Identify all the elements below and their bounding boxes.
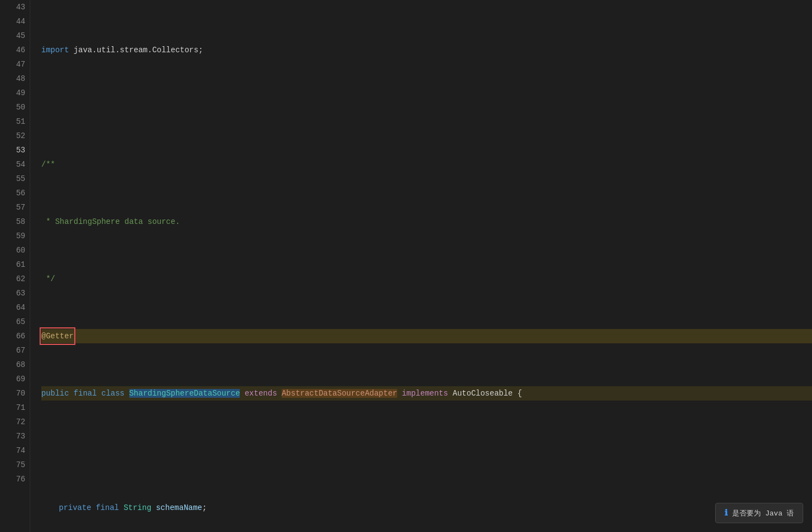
code-line-47: */ — [41, 272, 812, 286]
ln-58: 58 — [7, 215, 25, 229]
ln-53: 53 — [7, 143, 25, 157]
line-numbers: 43 44 45 46 47 48 49 50 51 52 53 54 55 5… — [0, 0, 30, 532]
ln-46: 46 — [7, 43, 25, 57]
ln-76: 76 — [7, 472, 25, 486]
ln-43: 43 — [7, 0, 25, 14]
ln-45: 45 — [7, 29, 25, 43]
ln-56: 56 — [7, 186, 25, 200]
notification-text: 是否要为 Java 语 — [732, 508, 794, 518]
ln-68: 68 — [7, 358, 25, 372]
ln-49: 49 — [7, 86, 25, 100]
ln-44: 44 — [7, 14, 25, 29]
ln-57: 57 — [7, 200, 25, 215]
ln-51: 51 — [7, 114, 25, 129]
code-line-50 — [41, 443, 812, 458]
ln-59: 59 — [7, 229, 25, 243]
ln-62: 62 — [7, 272, 25, 286]
ln-71: 71 — [7, 401, 25, 415]
ln-61: 61 — [7, 257, 25, 272]
ln-66: 66 — [7, 329, 25, 343]
code-line-46: * ShardingSphere data source. — [41, 215, 812, 229]
code-line-44 — [41, 100, 812, 114]
ln-70: 70 — [7, 386, 25, 401]
ln-69: 69 — [7, 372, 25, 386]
info-icon: ℹ — [725, 508, 728, 518]
ln-55: 55 — [7, 172, 25, 186]
ln-74: 74 — [7, 443, 25, 458]
ln-47: 47 — [7, 57, 25, 72]
ln-50: 50 — [7, 100, 25, 114]
code-line-45: /** — [41, 157, 812, 172]
ln-72: 72 — [7, 415, 25, 429]
ln-52: 52 — [7, 129, 25, 143]
notification-popup[interactable]: ℹ 是否要为 Java 语 — [715, 503, 803, 523]
code-line-49: public final class ShardingSphereDataSou… — [41, 386, 812, 401]
ln-63: 63 — [7, 286, 25, 300]
ln-64: 64 — [7, 300, 25, 315]
code-line-48: @Getter — [41, 329, 812, 343]
code-line-43: import java.util.stream.Collectors; — [41, 43, 812, 57]
ln-54: 54 — [7, 157, 25, 172]
ln-73: 73 — [7, 429, 25, 443]
ln-67: 67 — [7, 343, 25, 358]
ln-48: 48 — [7, 72, 25, 86]
ln-65: 65 — [7, 315, 25, 329]
code-area: import java.util.stream.Collectors; /** … — [30, 0, 812, 532]
ln-60: 60 — [7, 243, 25, 257]
ln-75: 75 — [7, 458, 25, 472]
code-line-51: private final String schemaName; — [41, 501, 812, 515]
code-editor: 43 44 45 46 47 48 49 50 51 52 53 54 55 5… — [0, 0, 812, 532]
